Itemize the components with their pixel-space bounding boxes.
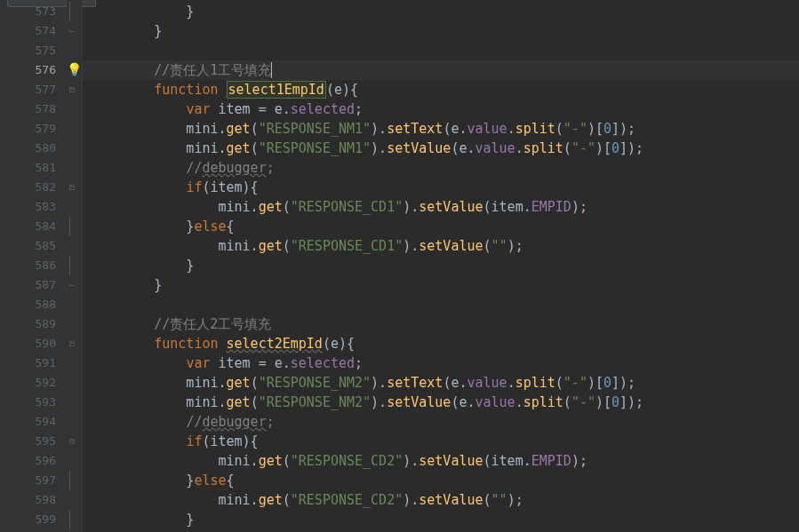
code-line[interactable] [83, 295, 799, 314]
code-token [90, 336, 154, 352]
code-token: setValue [419, 238, 483, 254]
code-line[interactable]: //debugger; [83, 412, 799, 432]
fold-end-icon[interactable]: ⌙ [67, 280, 77, 290]
line-number: 595 [0, 432, 67, 451]
code-token: mini. [90, 121, 227, 137]
code-line[interactable]: } [83, 21, 799, 41]
code-token: } [90, 258, 194, 274]
fold-guide [69, 471, 78, 490]
code-line[interactable]: mini.get("RESPONSE_NM1").setText(e.value… [83, 119, 799, 139]
code-line[interactable]: var item = e.selected; [83, 99, 799, 119]
code-line[interactable] [83, 41, 799, 60]
line-number: 591 [0, 353, 67, 373]
code-token: value [475, 140, 515, 156]
line-number: 580 [0, 139, 67, 158]
code-token: ). [403, 238, 419, 254]
line-number: 583 [0, 197, 67, 217]
code-token: } [90, 277, 162, 293]
code-token: "RESPONSE_NM2" [259, 375, 371, 391]
code-token [90, 433, 186, 449]
line-number: 578 [0, 99, 67, 119]
code-token: "-" [571, 394, 595, 410]
code-token: ( [563, 394, 571, 410]
code-token: ); [507, 238, 523, 254]
code-token: )[ [587, 375, 603, 391]
code-token: value [467, 121, 507, 137]
line-number: 599 [0, 510, 67, 529]
code-token: if [186, 433, 202, 449]
code-line[interactable]: mini.get("RESPONSE_CD2").setValue(""); [83, 490, 799, 510]
code-editor[interactable]: 5735745755765775785795805815825835845855… [0, 0, 799, 532]
code-token: var [186, 355, 218, 371]
line-number: 582 [0, 178, 67, 197]
fold-guide [69, 2, 78, 21]
code-token: function [154, 82, 226, 98]
code-token: function [154, 336, 226, 352]
fold-toggle-icon[interactable]: ⊟ [67, 84, 77, 95]
code-token: value [467, 375, 507, 391]
intention-bulb-icon[interactable]: 💡 [67, 63, 79, 75]
code-token: } [90, 218, 194, 234]
code-line[interactable]: var item = e.selected; [83, 353, 799, 373]
code-token: get [227, 121, 251, 137]
code-token: } [90, 512, 194, 528]
code-token: ). [403, 199, 419, 215]
code-line[interactable]: } [83, 510, 799, 529]
code-token: )[ [595, 140, 611, 156]
code-line[interactable]: }else{ [83, 471, 799, 490]
code-line[interactable]: function select2EmpId(e){ [83, 334, 799, 353]
code-token: split [523, 140, 563, 156]
code-token: (item. [483, 199, 531, 215]
code-token: . [507, 121, 515, 137]
code-token: "RESPONSE_NM2" [259, 394, 371, 410]
code-token: item = e. [219, 355, 291, 371]
code-line[interactable]: mini.get("RESPONSE_NM2").setText(e.value… [83, 373, 799, 393]
code-line[interactable]: mini.get("RESPONSE_NM1").setValue(e.valu… [83, 139, 799, 158]
code-token: get [259, 199, 283, 215]
code-token: select1EmpId [227, 81, 326, 99]
code-token: "RESPONSE_CD2" [291, 492, 403, 508]
code-token: split [515, 375, 555, 391]
code-line[interactable]: mini.get("RESPONSE_NM2").setValue(e.valu… [83, 393, 799, 412]
fold-toggle-icon[interactable]: ⊟ [67, 436, 77, 447]
code-line[interactable]: function select1EmpId(e){ [83, 80, 799, 99]
code-token: 0 [611, 394, 619, 410]
code-line[interactable]: mini.get("RESPONSE_CD1").setValue(""); [83, 236, 799, 256]
code-line[interactable]: if(item){ [83, 432, 799, 451]
code-line[interactable]: if(item){ [83, 178, 799, 197]
code-token: ); [507, 492, 523, 508]
fold-toggle-icon[interactable]: ⊟ [67, 182, 77, 193]
code-line[interactable]: mini.get("RESPONSE_CD1").setValue(item.E… [83, 197, 799, 217]
code-token: ). [371, 375, 387, 391]
fold-end-icon[interactable]: ⌙ [67, 26, 77, 36]
code-token: // [186, 414, 202, 430]
code-token: "" [491, 238, 507, 254]
code-token: ); [571, 453, 587, 469]
code-line[interactable]: //debugger; [83, 158, 799, 178]
code-line[interactable]: mini.get("RESPONSE_CD2").setValue(item.E… [83, 451, 799, 471]
code-line[interactable]: //责任人1工号填充 [83, 60, 799, 80]
code-token: debugger [202, 160, 266, 176]
code-token: ); [571, 199, 587, 215]
code-token: if [186, 179, 202, 195]
code-token [90, 82, 154, 98]
code-token: mini. [90, 394, 227, 410]
code-token: ( [283, 492, 291, 508]
code-line[interactable]: } [83, 256, 799, 275]
code-line[interactable]: } [83, 2, 799, 21]
fold-toggle-icon[interactable]: ⊟ [67, 338, 77, 349]
code-token: setValue [419, 492, 483, 508]
code-area[interactable]: } } //责任人1工号填充 function select1EmpId(e){… [83, 0, 799, 532]
code-token: "RESPONSE_CD1" [291, 199, 403, 215]
code-token: { [227, 218, 235, 234]
code-line[interactable]: }else{ [83, 217, 799, 236]
line-number: 598 [0, 490, 67, 510]
code-token: ( [283, 199, 291, 215]
line-number: 593 [0, 393, 67, 412]
line-number: 577 [0, 80, 67, 99]
fold-gutter[interactable]: ⌙💡⊟⊟⌙⊟⊟ [67, 0, 83, 532]
code-token: select2EmpId [227, 336, 323, 352]
code-token: setValue [387, 394, 451, 410]
code-line[interactable]: //责任人2工号填充 [83, 314, 799, 334]
code-line[interactable]: } [83, 275, 799, 295]
